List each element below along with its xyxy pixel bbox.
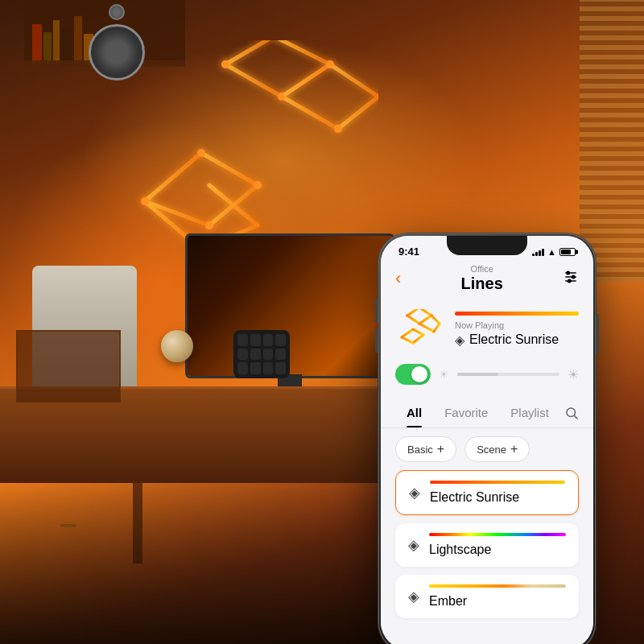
brightness-fill [457, 373, 498, 376]
scene-name-2: Lightscape [429, 543, 491, 556]
phone-content: ‹ Office Lines [381, 261, 593, 626]
phone-notch [447, 236, 527, 255]
nav-title: Lines [461, 275, 503, 293]
scene-item-ember[interactable]: ◈ Ember [395, 575, 579, 618]
scene-item-content-3: Ember [429, 584, 566, 609]
phone-volume-down [375, 328, 378, 353]
scene-color-bar [455, 312, 579, 316]
filter-basic-plus: + [437, 442, 444, 456]
battery-fill [561, 250, 571, 254]
filter-chip-basic[interactable]: Basic + [395, 436, 456, 462]
svg-line-37 [413, 329, 423, 335]
svg-line-39 [402, 337, 413, 343]
scene-icon-1: ◈ [409, 484, 420, 502]
scene-name-3: Ember [429, 594, 467, 608]
signal-bar-1 [532, 254, 535, 256]
wifi-icon: ▲ [547, 247, 556, 257]
svg-point-24 [567, 271, 569, 274]
brightness-slider[interactable] [457, 373, 559, 376]
scene-thumbnail [395, 309, 444, 349]
svg-line-32 [407, 309, 419, 316]
controls-row: ☀ ☀ [381, 359, 593, 394]
scene-icon-2: ◈ [408, 536, 419, 554]
filter-basic-label: Basic [407, 444, 433, 456]
back-button[interactable]: ‹ [395, 270, 401, 287]
svg-line-44 [574, 415, 577, 419]
now-playing-label: Now Playing [455, 320, 579, 330]
drop-icon: ◈ [455, 332, 464, 348]
signal-bar-2 [535, 252, 538, 256]
svg-line-34 [434, 324, 440, 332]
scene-item-lightscape[interactable]: ◈ Lightscape [395, 523, 579, 567]
scene-bar-1 [430, 481, 565, 484]
svg-line-33 [419, 324, 434, 332]
nav-title-area: Office Lines [461, 264, 503, 293]
svg-point-26 [572, 275, 575, 278]
battery-icon [559, 248, 576, 256]
scene-list: ◈ Electric Sunrise ◈ Lightscape [381, 470, 593, 626]
phone-outer: 9:41 ▲ [378, 233, 596, 644]
svg-point-41 [418, 322, 421, 325]
phone-mockup: 9:41 ▲ [378, 233, 596, 644]
svg-point-40 [406, 314, 409, 317]
now-playing-name: Electric Sunrise [469, 332, 559, 347]
toggle-knob [411, 366, 427, 382]
scene-item-content-2: Lightscape [429, 533, 566, 557]
search-button[interactable] [564, 406, 579, 423]
scene-name-row: ◈ Electric Sunrise [455, 332, 579, 348]
phone-power-button [596, 314, 599, 354]
scene-icon-3: ◈ [408, 588, 419, 605]
svg-line-38 [413, 335, 423, 343]
phone-screen: 9:41 ▲ [381, 236, 593, 644]
battery-tip [576, 250, 578, 254]
svg-line-31 [419, 309, 431, 316]
scene-bar-3 [429, 584, 566, 588]
power-toggle[interactable] [395, 364, 431, 385]
filter-scene-label: Scene [477, 444, 506, 456]
svg-line-30 [419, 316, 431, 324]
signal-bars [532, 248, 544, 256]
nav-header: ‹ Office Lines [381, 261, 593, 299]
scene-bar-2 [429, 533, 566, 536]
brightness-low-icon: ☀ [439, 368, 449, 381]
scene-preview: Now Playing ◈ Electric Sunrise [381, 299, 593, 359]
svg-point-28 [568, 279, 571, 282]
scene-item-electric-sunrise[interactable]: ◈ Electric Sunrise [395, 470, 579, 515]
status-time: 9:41 [398, 246, 419, 258]
svg-line-29 [407, 316, 419, 324]
settings-icon[interactable] [563, 269, 579, 289]
brightness-high-icon: ☀ [568, 367, 579, 382]
svg-point-43 [567, 408, 576, 417]
filter-chip-scene[interactable]: Scene + [464, 436, 530, 462]
svg-line-35 [431, 316, 440, 324]
signal-bar-4 [542, 249, 544, 256]
scene-item-content-1: Electric Sunrise [430, 481, 565, 505]
filter-scene-plus: + [510, 442, 518, 456]
phone-volume-up [375, 298, 378, 322]
filter-row: Basic + Scene + [381, 428, 593, 470]
scene-info: Now Playing ◈ Electric Sunrise [455, 312, 579, 348]
svg-line-36 [402, 329, 413, 337]
svg-point-42 [430, 314, 433, 317]
scene-name-1: Electric Sunrise [430, 490, 519, 504]
tabs-bar: All Favorite Playlist [381, 394, 593, 428]
tab-all[interactable]: All [395, 401, 433, 427]
signal-bar-3 [539, 250, 541, 256]
tab-favorite[interactable]: Favorite [433, 401, 499, 427]
nav-subtitle: Office [461, 264, 503, 274]
tab-playlist[interactable]: Playlist [499, 401, 560, 427]
status-icons: ▲ [532, 247, 576, 257]
